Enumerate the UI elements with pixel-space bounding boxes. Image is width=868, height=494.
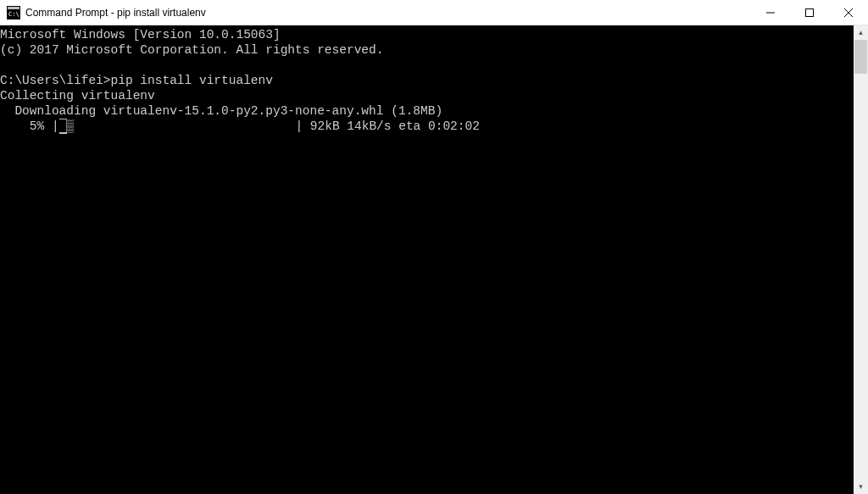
- scroll-up-arrow-icon[interactable]: ▲: [854, 25, 868, 40]
- vertical-scrollbar[interactable]: ▲ ▼: [854, 25, 868, 494]
- output-line: Downloading virtualenv-15.1.0-py2.py3-no…: [0, 104, 442, 118]
- close-button[interactable]: [829, 0, 868, 25]
- svg-text:C:\: C:\: [8, 11, 19, 18]
- progress-stats: 92kB 14kB/s eta 0:02:02: [303, 119, 480, 133]
- progress-bar-start: |: [52, 119, 59, 133]
- progress-percent: 5%: [0, 119, 52, 133]
- command-text: pip install virtualenv: [111, 74, 273, 87]
- svg-rect-4: [806, 8, 814, 16]
- prompt: C:\Users\lifei>: [0, 74, 111, 87]
- terminal-wrapper: Microsoft Windows [Version 10.0.15063] (…: [0, 25, 868, 494]
- output-line: Collecting virtualenv: [0, 89, 155, 103]
- minimize-button[interactable]: [751, 0, 790, 25]
- scrollbar-thumb[interactable]: [854, 40, 867, 74]
- cmd-icon: C:\: [7, 6, 20, 19]
- window-title: Command Prompt - pip install virtualenv: [25, 7, 751, 19]
- output-line: Microsoft Windows [Version 10.0.15063]: [0, 28, 281, 42]
- maximize-button[interactable]: [790, 0, 829, 25]
- terminal[interactable]: Microsoft Windows [Version 10.0.15063] (…: [0, 25, 854, 494]
- progress-empty: [74, 119, 295, 133]
- titlebar: C:\ Command Prompt - pip install virtual…: [0, 0, 868, 25]
- progress-bar-end: |: [295, 119, 303, 133]
- window-controls: [751, 0, 868, 25]
- svg-rect-1: [8, 7, 19, 9]
- output-line: (c) 2017 Microsoft Corporation. All righ…: [0, 43, 383, 57]
- progress-filled: █: [59, 119, 67, 134]
- scroll-down-arrow-icon[interactable]: ▼: [854, 480, 868, 494]
